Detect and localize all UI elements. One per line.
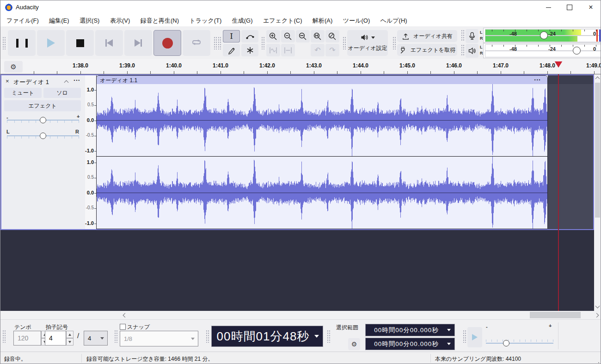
play-speed-grip[interactable] (463, 330, 466, 343)
time-signature-lower-select[interactable]: 4 (84, 331, 108, 346)
record-gain-slider[interactable] (540, 31, 548, 39)
maximize-button[interactable] (559, 0, 580, 14)
stop-button[interactable] (66, 30, 94, 56)
tools-toolbar-grip[interactable] (218, 36, 221, 49)
trim-audio-button[interactable] (266, 44, 280, 56)
menu-select[interactable]: 選択(S) (75, 14, 104, 25)
play-at-speed-button[interactable] (467, 327, 482, 347)
undo-button[interactable]: ↶ (311, 44, 325, 56)
minimize-button[interactable] (538, 0, 559, 14)
zoom-toggle-button[interactable] (325, 30, 339, 42)
selection-end-display[interactable]: 00時間00分00.000秒 (365, 338, 455, 350)
record-clip-indicator[interactable] (596, 30, 598, 42)
solo-button[interactable]: ソロ (43, 88, 81, 98)
track-title[interactable]: オーディオ 1 (13, 78, 49, 86)
vertical-scrollbar[interactable] (594, 74, 601, 311)
multi-tool-button[interactable] (241, 44, 258, 56)
zoom-in-button[interactable] (266, 30, 280, 42)
menu-tracks[interactable]: トラック(T) (185, 14, 226, 25)
scroll-down-icon[interactable] (595, 304, 600, 309)
clip-header[interactable]: オーディオ 1.1 ... (97, 76, 547, 84)
selection-end-dropdown-icon[interactable] (447, 343, 451, 345)
menu-edit[interactable]: 編集(E) (45, 14, 73, 25)
record-button[interactable] (153, 30, 181, 56)
record-meter-grip[interactable] (461, 30, 464, 42)
menu-generate[interactable]: 生成(G) (228, 14, 257, 25)
horizontal-scroll-thumb[interactable] (530, 312, 581, 318)
waveform-channel-1[interactable] (97, 84, 547, 156)
skip-to-start-button[interactable] (95, 30, 123, 56)
play-meter-grip[interactable] (461, 44, 464, 56)
vertical-ruler[interactable]: 1.00.50.0-0.5-1.0 1.00.50.0-0.5-1.0 (85, 75, 97, 229)
snap-checkbox[interactable] (120, 324, 126, 330)
share-audio-button[interactable]: オーディオ共有 (397, 30, 457, 42)
empty-canvas-area[interactable] (0, 230, 594, 311)
redo-button[interactable]: ↷ (325, 44, 339, 56)
share-toolbar-grip[interactable] (392, 36, 396, 49)
audio-setup-grip[interactable] (343, 36, 346, 49)
collapse-track-icon[interactable] (64, 80, 69, 85)
resize-grip[interactable] (598, 362, 599, 363)
selection-toolbar-grip[interactable] (327, 330, 330, 343)
timesig-spin-down[interactable] (66, 338, 74, 346)
zoom-out-button[interactable] (281, 30, 295, 42)
menu-help[interactable]: ヘルプ(H) (376, 14, 411, 25)
menu-effect[interactable]: エフェクト(C) (259, 14, 307, 25)
fit-project-button[interactable] (311, 30, 325, 42)
empty-track-space[interactable] (548, 75, 593, 229)
pause-button[interactable] (8, 30, 36, 56)
mute-button[interactable]: ミュート (4, 88, 42, 98)
fit-selection-button[interactable] (296, 30, 310, 42)
audio-position-display[interactable]: 00時間01分48秒 (211, 326, 323, 347)
track-close-button[interactable]: × (6, 78, 9, 85)
get-effects-button[interactable]: エフェクトを取得 (397, 44, 457, 56)
edit-toolbar-grip[interactable] (261, 36, 264, 49)
pan-slider-thumb[interactable] (40, 133, 46, 139)
waveform-channel-2[interactable] (97, 157, 547, 229)
selection-options-button[interactable]: ⚙ (348, 338, 360, 350)
play-volume-slider[interactable] (573, 47, 581, 55)
envelope-tool-button[interactable] (241, 30, 258, 42)
clip-title[interactable]: オーディオ 1.1 (100, 77, 137, 85)
time-signature-spinner[interactable] (66, 331, 74, 346)
audio-setup-button[interactable]: オーディオ設定 (347, 30, 388, 56)
timeline-options-button[interactable]: ⚙ (4, 61, 23, 73)
speed-slider-track[interactable] (486, 343, 553, 344)
snap-toolbar-grip[interactable] (114, 330, 117, 343)
clip-menu-button[interactable]: ... (534, 75, 541, 82)
menu-analyze[interactable]: 解析(A) (308, 14, 337, 25)
recording-meter[interactable]: -48 -24 0 (483, 28, 601, 43)
close-button[interactable]: × (580, 0, 601, 14)
track-menu-button[interactable]: ... (74, 75, 80, 82)
timeline-ruler[interactable]: 1:38.01:39.01:40.01:41.01:42.01:43.01:44… (0, 59, 601, 74)
time-signature-upper-input[interactable]: 4 (45, 331, 66, 346)
menu-tools[interactable]: ツール(O) (339, 14, 374, 25)
effects-button[interactable]: エフェクト (4, 100, 81, 111)
menu-transport[interactable]: 録音と再生(N) (136, 14, 183, 25)
transport-toolbar-grip[interactable] (2, 36, 6, 49)
time-toolbar-grip[interactable] (206, 330, 209, 343)
snap-select[interactable]: 1/8 (120, 331, 198, 346)
skip-to-end-button[interactable] (124, 30, 152, 56)
time-signature-toolbar-grip[interactable] (2, 330, 6, 343)
selection-tool-button[interactable]: I (223, 30, 240, 42)
speed-slider-thumb[interactable] (503, 340, 509, 346)
selection-start-display[interactable]: 00時間00分00.000秒 (365, 324, 455, 336)
silence-audio-button[interactable] (281, 44, 295, 56)
scroll-left-icon[interactable] (123, 313, 128, 318)
timesig-spin-up[interactable] (66, 331, 74, 338)
loop-button[interactable] (183, 30, 210, 56)
draw-tool-button[interactable] (223, 44, 240, 56)
time-format-dropdown-icon[interactable] (314, 335, 319, 338)
vertical-scroll-thumb[interactable] (595, 83, 600, 218)
audio-clip[interactable]: オーディオ 1.1 ... (96, 75, 548, 229)
scroll-right-icon[interactable] (595, 313, 599, 318)
gain-slider-thumb[interactable] (40, 117, 46, 123)
horizontal-scrollbar[interactable] (0, 311, 601, 319)
tempo-input[interactable]: 120 (13, 331, 41, 346)
selection-start-dropdown-icon[interactable] (447, 329, 451, 331)
menu-view[interactable]: 表示(V) (106, 14, 134, 25)
transport-toolbar-grip-right[interactable] (214, 36, 217, 49)
play-meter-speaker-button[interactable] (466, 44, 478, 58)
record-meter-mic-button[interactable] (466, 29, 478, 43)
